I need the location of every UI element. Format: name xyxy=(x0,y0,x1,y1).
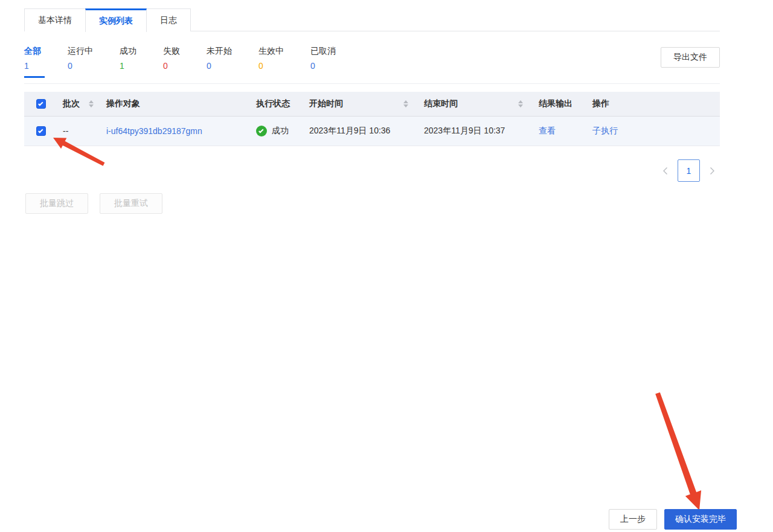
status-text: 成功 xyxy=(272,126,289,136)
filter-label: 运行中 xyxy=(68,46,93,57)
column-label: 批次 xyxy=(63,98,80,109)
table-row: -- i-uf64tpy391db29187gmn 成功 2023年11月9日 … xyxy=(24,117,720,146)
cell-batch: -- xyxy=(63,126,106,136)
footer-actions: 上一步 确认安装完毕 xyxy=(609,509,737,530)
filter-count: 0 xyxy=(258,61,284,71)
filter-count: 0 xyxy=(68,61,93,71)
prev-page-icon[interactable] xyxy=(662,167,668,175)
filter-running[interactable]: 运行中 0 xyxy=(68,46,97,78)
column-label: 结束时间 xyxy=(424,98,458,109)
batch-skip-button[interactable]: 批量跳过 xyxy=(25,193,88,214)
column-label: 操作对象 xyxy=(106,98,140,109)
filter-cancelled[interactable]: 已取消 0 xyxy=(310,46,339,78)
tab-basic-details[interactable]: 基本详情 xyxy=(24,8,86,31)
column-end-time: 结束时间 xyxy=(424,98,539,109)
column-status: 执行状态 xyxy=(256,98,309,109)
column-actions: 操作 xyxy=(592,98,720,109)
cell-start-time: 2023年11月9日 10:36 xyxy=(309,126,424,136)
sort-icon[interactable] xyxy=(89,100,94,107)
filter-label: 已取消 xyxy=(310,46,336,57)
page-number-1[interactable]: 1 xyxy=(678,159,700,182)
pagination: 1 xyxy=(662,159,715,182)
filter-in-effect[interactable]: 生效中 0 xyxy=(258,46,287,78)
sort-icon[interactable] xyxy=(518,100,523,107)
view-result-link[interactable]: 查看 xyxy=(539,126,556,136)
next-page-icon[interactable] xyxy=(710,167,715,175)
instance-id-link[interactable]: i-uf64tpy391db29187gmn xyxy=(106,126,202,136)
status-filter-bar: 全部 1 运行中 0 成功 1 失败 0 未开始 0 生效中 0 已取消 0 xyxy=(24,46,339,78)
page: 基本详情 实例列表 日志 全部 1 运行中 0 成功 1 失败 0 未开始 0 … xyxy=(0,0,773,532)
filter-label: 全部 xyxy=(24,46,41,57)
filter-count: 1 xyxy=(24,61,41,71)
column-target: 操作对象 xyxy=(106,98,256,109)
filter-label: 未开始 xyxy=(207,46,232,57)
sort-icon[interactable] xyxy=(403,100,408,107)
filter-label: 生效中 xyxy=(258,46,284,57)
filter-not-started[interactable]: 未开始 0 xyxy=(207,46,236,78)
filter-count: 0 xyxy=(310,61,336,71)
batch-retry-button[interactable]: 批量重试 xyxy=(100,193,162,214)
tab-logs[interactable]: 日志 xyxy=(146,8,191,31)
column-label: 开始时间 xyxy=(309,98,343,109)
annotation-arrow-confirm-icon xyxy=(649,386,710,514)
previous-step-button[interactable]: 上一步 xyxy=(609,509,657,530)
select-all-checkbox[interactable] xyxy=(36,99,46,109)
table-header: 批次 操作对象 执行状态 开始时间 结束时间 结果输出 操作 xyxy=(24,92,720,117)
confirm-install-button[interactable]: 确认安装完毕 xyxy=(664,509,737,530)
row-checkbox[interactable] xyxy=(36,126,46,136)
column-result: 结果输出 xyxy=(539,98,592,109)
column-label: 执行状态 xyxy=(256,98,290,109)
success-check-icon xyxy=(256,126,267,136)
divider xyxy=(24,83,720,84)
column-start-time: 开始时间 xyxy=(309,98,424,109)
filter-failed[interactable]: 失败 0 xyxy=(163,46,184,78)
column-label: 操作 xyxy=(592,98,609,109)
filter-count: 0 xyxy=(207,61,232,71)
batch-actions: 批量跳过 批量重试 xyxy=(25,193,162,214)
sub-execution-link[interactable]: 子执行 xyxy=(592,126,618,136)
cell-end-time: 2023年11月9日 10:37 xyxy=(424,126,539,136)
filter-label: 成功 xyxy=(120,46,136,57)
filter-count: 1 xyxy=(120,61,136,71)
filter-all[interactable]: 全部 1 xyxy=(24,46,45,78)
checkmark-icon xyxy=(38,128,43,133)
instance-table: 批次 操作对象 执行状态 开始时间 结束时间 结果输出 操作 xyxy=(24,92,720,146)
column-batch: 批次 xyxy=(63,98,106,109)
filter-count: 0 xyxy=(163,61,180,71)
export-file-button[interactable]: 导出文件 xyxy=(661,47,720,68)
tab-instance-list[interactable]: 实例列表 xyxy=(85,8,147,32)
cell-status: 成功 xyxy=(256,126,309,136)
filter-label: 失败 xyxy=(163,46,180,57)
column-label: 结果输出 xyxy=(539,98,573,109)
detail-tabs: 基本详情 实例列表 日志 xyxy=(24,8,720,31)
checkmark-icon xyxy=(38,101,43,106)
filter-success[interactable]: 成功 1 xyxy=(120,46,140,78)
